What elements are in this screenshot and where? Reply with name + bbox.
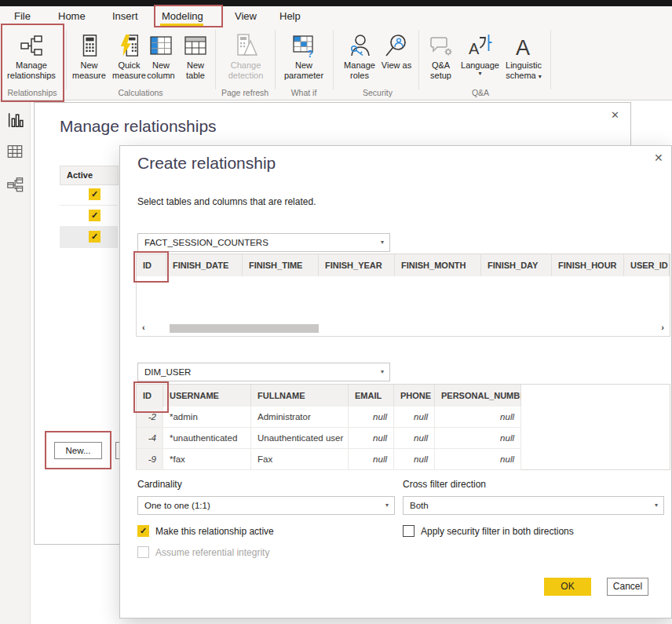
active-checkbox-checked[interactable]: ✓ — [89, 210, 100, 221]
active-column-header: Active — [60, 166, 119, 185]
chevron-down-icon: ▾ — [381, 363, 384, 381]
tab-help[interactable]: Help — [279, 10, 301, 22]
tab-home[interactable]: Home — [58, 10, 86, 22]
group-divider — [418, 30, 419, 89]
new-table-button[interactable]: New table — [179, 28, 212, 94]
table1-preview: ID FINISH_DATE FINISH_TIME FINISH_YEAR F… — [136, 254, 670, 337]
view-sidebar — [0, 100, 31, 624]
table1-selected-value: FACT_SESSION_COUNTERS — [144, 238, 268, 247]
view-as-icon — [380, 28, 413, 58]
table-row: -2 *admin Administrator null null null — [137, 407, 670, 428]
group-label-what-if: What if — [291, 88, 317, 97]
make-active-checkbox-row[interactable]: ✓ Make this relationship active — [137, 525, 274, 537]
group-divider — [66, 30, 67, 89]
close-icon[interactable]: ✕ — [654, 152, 663, 163]
table2-col-username[interactable]: USERNAME — [163, 385, 251, 407]
table2-col-email[interactable]: EMAIL — [349, 385, 394, 407]
cross-filter-select[interactable]: Both ▾ — [403, 496, 664, 515]
chevron-down-icon: ▾ — [385, 497, 389, 514]
calculator-icon — [69, 28, 109, 58]
new-column-button[interactable]: New column — [143, 28, 179, 94]
table-row: -4 *unauthenticated Unauthenticated user… — [137, 428, 670, 449]
checkbox-checked[interactable]: ✓ — [137, 525, 149, 537]
new-relationship-button[interactable]: New... — [54, 442, 102, 459]
table2-preview: ID USERNAME FULLNAME EMAIL PHONE PERSONA… — [136, 384, 670, 470]
manage-roles-label: Manage roles — [339, 60, 380, 81]
cross-filter-label: Cross filter direction — [403, 479, 486, 490]
view-as-button[interactable]: View as — [380, 28, 413, 94]
table2-col-phone[interactable]: PHONE — [394, 385, 435, 407]
security-filter-checkbox-row[interactable]: Apply security filter in both directions — [403, 525, 574, 537]
table1-col-finish-day[interactable]: FINISH_DAY — [481, 254, 552, 276]
new-table-label: New table — [179, 60, 212, 81]
relationship-row[interactable]: ✓ — [60, 205, 118, 227]
create-dialog-title: Create relationship — [137, 154, 276, 173]
manage-relationships-button[interactable]: Manage relationships — [2, 28, 61, 94]
referential-integrity-label: Assume referential integrity — [155, 547, 269, 558]
cardinality-select[interactable]: One to one (1:1) ▾ — [137, 496, 395, 515]
table1-col-finish-year[interactable]: FINISH_YEAR — [319, 254, 395, 276]
group-divider — [333, 30, 334, 89]
qa-setup-button[interactable]: Q&A setup — [423, 28, 458, 94]
new-measure-button[interactable]: New measure — [69, 28, 109, 94]
ok-button[interactable]: OK — [544, 578, 591, 596]
table1-col-finish-month[interactable]: FINISH_MONTH — [395, 254, 481, 276]
table1-horizontal-scrollbar[interactable]: ‹ › — [137, 322, 670, 336]
tab-insert[interactable]: Insert — [112, 10, 138, 22]
svg-text:?: ? — [307, 48, 313, 58]
svg-text:A: A — [516, 36, 530, 58]
table-row: -9 *fax Fax null null null — [137, 449, 670, 470]
language-button[interactable]: A Language ▾ — [459, 28, 501, 94]
active-tab-underline — [160, 24, 203, 26]
table1-col-id[interactable]: ID — [137, 254, 166, 276]
data-view-icon[interactable] — [6, 143, 24, 160]
ribbon: File Home Insert Modeling View Help Mana… — [0, 6, 672, 100]
table1-select[interactable]: FACT_SESSION_COUNTERS ▾ — [137, 233, 390, 252]
table2-col-id[interactable]: ID — [137, 385, 163, 407]
table2-col-personal-number[interactable]: PERSONAL_NUMBER — [435, 385, 521, 407]
table2-select[interactable]: DIM_USER ▾ — [137, 363, 390, 381]
chevron-down-icon: ▾ — [459, 71, 501, 77]
active-checkbox-checked[interactable]: ✓ — [89, 231, 100, 243]
make-active-label: Make this relationship active — [155, 526, 274, 537]
manage-dialog-title: Manage relationships — [60, 117, 217, 136]
close-icon[interactable]: ✕ — [611, 110, 619, 121]
table2-header-filler — [521, 385, 670, 407]
group-label-calculations: Calculations — [118, 88, 163, 97]
group-divider — [275, 30, 276, 89]
tab-modeling[interactable]: Modeling — [162, 10, 203, 22]
tab-file[interactable]: File — [14, 10, 31, 22]
new-parameter-button[interactable]: ? New parameter — [279, 28, 328, 94]
relationship-row-selected[interactable]: ✓ — [60, 226, 118, 248]
new-column-icon — [143, 28, 179, 58]
checkbox-unchecked[interactable] — [403, 525, 415, 537]
active-checkbox-checked[interactable]: ✓ — [89, 188, 100, 200]
group-label-relationships: Relationships — [7, 88, 57, 97]
scroll-right-icon[interactable]: › — [661, 323, 664, 332]
tab-view[interactable]: View — [235, 10, 257, 22]
referential-integrity-checkbox-row: Assume referential integrity — [137, 546, 269, 558]
report-view-icon[interactable] — [6, 111, 24, 129]
manage-roles-button[interactable]: Manage roles — [339, 28, 380, 94]
cancel-button[interactable]: Cancel — [607, 578, 648, 596]
table2-col-fullname[interactable]: FULLNAME — [251, 385, 349, 407]
group-label-security: Security — [363, 88, 393, 97]
qa-setup-label: Q&A setup — [423, 60, 458, 81]
group-divider — [550, 30, 551, 89]
manage-roles-icon — [339, 28, 380, 58]
relationship-row[interactable]: ✓ — [60, 184, 118, 206]
scroll-left-icon[interactable]: ‹ — [142, 323, 145, 332]
table1-header-row: ID FINISH_DATE FINISH_TIME FINISH_YEAR F… — [137, 254, 670, 276]
group-divider — [215, 30, 216, 89]
new-parameter-label: New parameter — [279, 60, 328, 81]
model-view-icon[interactable] — [6, 176, 24, 193]
svg-text:A: A — [469, 40, 480, 57]
scrollbar-thumb[interactable] — [170, 324, 319, 333]
chevron-down-icon: ▾ — [381, 234, 384, 251]
linguistic-schema-button[interactable]: A Linguistic schema ▾ — [501, 28, 546, 94]
table1-col-finish-hour[interactable]: FINISH_HOUR — [552, 254, 624, 276]
table1-col-user-id[interactable]: USER_ID — [624, 254, 670, 276]
table1-col-finish-date[interactable]: FINISH_DATE — [166, 254, 243, 276]
table1-col-finish-time[interactable]: FINISH_TIME — [243, 254, 319, 276]
chevron-down-icon: ▾ — [539, 73, 542, 80]
